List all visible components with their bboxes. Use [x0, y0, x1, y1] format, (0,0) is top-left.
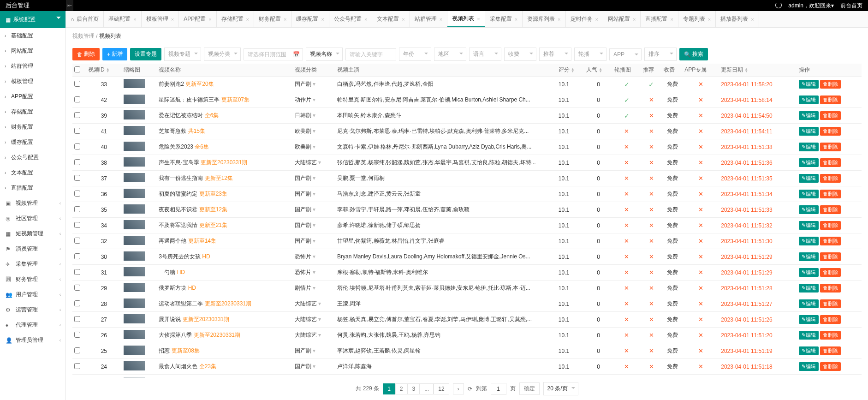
tab[interactable]: 财务配置×	[254, 11, 291, 27]
sidebar-sub-item[interactable]: ›存储配置	[0, 104, 65, 119]
row-select[interactable]	[74, 159, 80, 165]
edit-button[interactable]: ✎编辑	[799, 174, 819, 183]
sidebar-sub-item[interactable]: ›公众号配置	[0, 150, 65, 165]
edit-button[interactable]: ✎编辑	[799, 143, 819, 151]
pager-next[interactable]: ›	[453, 383, 464, 394]
filter-category[interactable]: 视频分类	[204, 48, 241, 61]
sidebar-item[interactable]: ✈采集管理‹	[0, 257, 65, 272]
tab[interactable]: 定时任务×	[566, 11, 603, 27]
delete-button[interactable]: 🗑删除	[820, 158, 841, 167]
close-icon[interactable]: ×	[402, 17, 404, 22]
edit-button[interactable]: ✎编辑	[799, 111, 819, 120]
tab[interactable]: 视频列表×	[447, 11, 485, 27]
filter-sort[interactable]: 排序	[644, 48, 677, 61]
row-select[interactable]	[74, 222, 80, 228]
edit-button[interactable]: ✎编辑	[799, 158, 819, 167]
filter-rec[interactable]: 推荐	[539, 48, 571, 61]
sidebar-sub-item[interactable]: ›模板管理	[0, 74, 65, 89]
close-icon[interactable]: ×	[595, 17, 598, 22]
filter-keyword[interactable]	[345, 48, 396, 60]
tab[interactable]: 公众号配置×	[329, 11, 372, 27]
pager-page[interactable]: 1	[383, 383, 395, 394]
edit-button[interactable]: ✎编辑	[799, 237, 819, 245]
filter-topic[interactable]: 视频专题	[164, 48, 201, 61]
delete-button[interactable]: 🗑删除	[72, 48, 100, 60]
delete-button[interactable]: 🗑删除	[820, 174, 841, 183]
edit-button[interactable]: ✎编辑	[799, 315, 819, 324]
row-select[interactable]	[74, 143, 80, 149]
close-icon[interactable]: ×	[171, 17, 174, 22]
filter-fee[interactable]: 收费	[504, 48, 536, 61]
row-select[interactable]	[74, 363, 80, 369]
tab[interactable]: 直播配置×	[641, 11, 678, 27]
delete-button[interactable]: 🗑删除	[820, 362, 841, 371]
delete-button[interactable]: 🗑删除	[820, 111, 841, 120]
filter-name-type[interactable]: 视频名称	[306, 48, 343, 61]
row-select[interactable]	[74, 238, 80, 244]
close-icon[interactable]: ×	[246, 17, 249, 22]
sidebar-sub-item[interactable]: ›财务配置	[0, 119, 65, 135]
sidebar-item[interactable]: ▣视频管理‹	[0, 196, 65, 211]
edit-button[interactable]: ✎编辑	[799, 331, 819, 340]
row-select[interactable]	[74, 316, 80, 322]
tab[interactable]: 模板管理×	[142, 11, 179, 27]
delete-button[interactable]: 🗑删除	[820, 127, 841, 136]
row-select[interactable]	[74, 112, 80, 118]
tab[interactable]: 采集配置×	[485, 11, 523, 27]
tab[interactable]: APP配置×	[179, 11, 216, 27]
filter-year[interactable]: 年份	[399, 48, 431, 61]
row-select[interactable]	[74, 347, 80, 353]
delete-button[interactable]: 🗑删除	[820, 299, 841, 308]
calendar-icon[interactable]: 📅	[290, 51, 303, 58]
sidebar-sub-item[interactable]: ›基础配置	[0, 28, 65, 43]
sidebar-item[interactable]: 圓财务管理‹	[0, 272, 65, 287]
delete-button[interactable]: 🗑删除	[820, 190, 841, 198]
sidebar-head-system[interactable]: ▦ 系统配置	[0, 11, 65, 28]
tab[interactable]: 存储配置×	[217, 11, 254, 27]
tab[interactable]: 资源库列表×	[523, 11, 565, 27]
row-select[interactable]	[74, 206, 80, 212]
close-icon[interactable]: ×	[558, 17, 560, 22]
pager-goto-input[interactable]	[491, 383, 506, 395]
sidebar-item[interactable]: ▦短视频管理‹	[0, 226, 65, 241]
row-select[interactable]	[74, 285, 80, 291]
delete-button[interactable]: 🗑删除	[820, 268, 841, 277]
pager-page[interactable]: ...	[420, 383, 434, 394]
sidebar-item[interactable]: ⚙运营管理‹	[0, 302, 65, 317]
delete-button[interactable]: 🗑删除	[820, 252, 841, 261]
sidebar-sub-item[interactable]: ›直播配置	[0, 180, 65, 196]
edit-button[interactable]: ✎编辑	[799, 127, 819, 136]
edit-button[interactable]: ✎编辑	[799, 299, 819, 308]
sidebar-sub-item[interactable]: ›站群管理	[0, 59, 65, 74]
edit-button[interactable]: ✎编辑	[799, 80, 819, 89]
topic-button[interactable]: 设置专题	[130, 48, 161, 60]
close-icon[interactable]: ×	[515, 17, 517, 22]
tab[interactable]: ⌂后台首页	[66, 11, 104, 27]
refresh-icon[interactable]	[775, 2, 782, 10]
delete-button[interactable]: 🗑删除	[820, 205, 841, 214]
edit-button[interactable]: ✎编辑	[799, 205, 819, 214]
close-icon[interactable]: ×	[440, 17, 442, 22]
sidebar-sub-item[interactable]: ›APP配置	[0, 89, 65, 104]
row-select[interactable]	[74, 332, 80, 338]
tab[interactable]: 网站配置×	[603, 11, 641, 27]
close-icon[interactable]: ×	[633, 17, 636, 22]
filter-app[interactable]: APP	[609, 48, 642, 60]
delete-button[interactable]: 🗑删除	[820, 237, 841, 245]
row-select[interactable]	[74, 128, 80, 134]
close-icon[interactable]: ×	[708, 17, 711, 22]
delete-button[interactable]: 🗑删除	[820, 331, 841, 340]
row-select[interactable]	[74, 300, 80, 306]
sidebar-item[interactable]: 👤管理员管理‹	[0, 333, 65, 348]
filter-lang[interactable]: 语言	[469, 48, 501, 61]
pager-page[interactable]: 12	[434, 383, 449, 394]
close-icon[interactable]: ×	[364, 17, 367, 22]
delete-button[interactable]: 🗑删除	[820, 143, 841, 151]
sort-icon[interactable]: ▲▼	[106, 68, 110, 72]
close-icon[interactable]: ×	[477, 16, 480, 22]
search-button[interactable]: 🔍搜索	[679, 48, 708, 60]
sidebar-item[interactable]: ⚑演员管理‹	[0, 241, 65, 257]
delete-button[interactable]: 🗑删除	[820, 284, 841, 293]
close-icon[interactable]: ×	[208, 17, 211, 22]
close-icon[interactable]: ×	[133, 17, 136, 22]
